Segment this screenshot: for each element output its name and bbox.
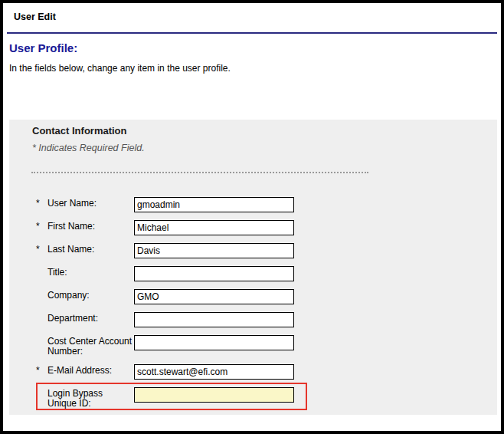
login-bypass-unique-id-input[interactable] (134, 387, 294, 403)
email-address-input[interactable] (134, 364, 294, 380)
first-name-input[interactable] (134, 220, 294, 235)
contact-information-heading: Contact Information (32, 125, 127, 136)
required-asterisk (36, 335, 47, 337)
field-label: E-Mail Address: (47, 364, 134, 376)
screenshot-frame: User Edit User Profile: In the fields be… (0, 0, 504, 434)
field-label: Department: (47, 312, 134, 324)
field-label: Title: (47, 266, 134, 278)
required-asterisk (36, 312, 47, 314)
field-label: First Name: (47, 220, 134, 232)
user-name-input[interactable] (134, 197, 294, 212)
user-profile-heading: User Profile: (9, 41, 77, 54)
form-row-user-name: * User Name: (36, 197, 327, 212)
contact-information-panel: Contact Information * Indicates Required… (9, 120, 497, 415)
last-name-input[interactable] (134, 243, 294, 258)
required-asterisk: * (36, 364, 47, 376)
form-row-company: Company: (36, 289, 327, 304)
form-row-email-address: * E-Mail Address: (36, 364, 327, 380)
required-asterisk (36, 266, 47, 268)
form-row-login-bypass-unique-id: Login Bypass Unique ID: (36, 387, 327, 409)
field-label: Cost Center Account Number: (47, 335, 134, 357)
required-asterisk: * (36, 197, 47, 209)
company-input[interactable] (134, 289, 294, 304)
title-input[interactable] (134, 266, 294, 281)
form-row-last-name: * Last Name: (36, 243, 327, 258)
page-title: User Edit (14, 12, 56, 22)
required-asterisk: * (36, 243, 47, 255)
user-profile-description: In the fields below, change any item in … (9, 63, 231, 74)
field-label: Login Bypass Unique ID: (47, 387, 134, 409)
title-divider (7, 32, 497, 34)
required-asterisk (36, 387, 47, 389)
field-label: Last Name: (47, 243, 134, 255)
required-field-note: * Indicates Required Field. (32, 143, 145, 153)
field-label: User Name: (47, 197, 134, 209)
form-row-title: Title: (36, 266, 327, 281)
required-asterisk (36, 289, 47, 291)
dotted-separator (31, 172, 368, 173)
department-input[interactable] (134, 312, 294, 327)
form-row-department: Department: (36, 312, 327, 327)
form-row-cost-center-account-number: Cost Center Account Number: (36, 335, 327, 357)
required-asterisk: * (36, 220, 47, 232)
form-rows: * User Name: * First Name: * Last Name: … (36, 197, 327, 416)
cost-center-account-number-input[interactable] (134, 335, 294, 350)
form-row-first-name: * First Name: (36, 220, 327, 235)
field-label: Company: (47, 289, 134, 301)
